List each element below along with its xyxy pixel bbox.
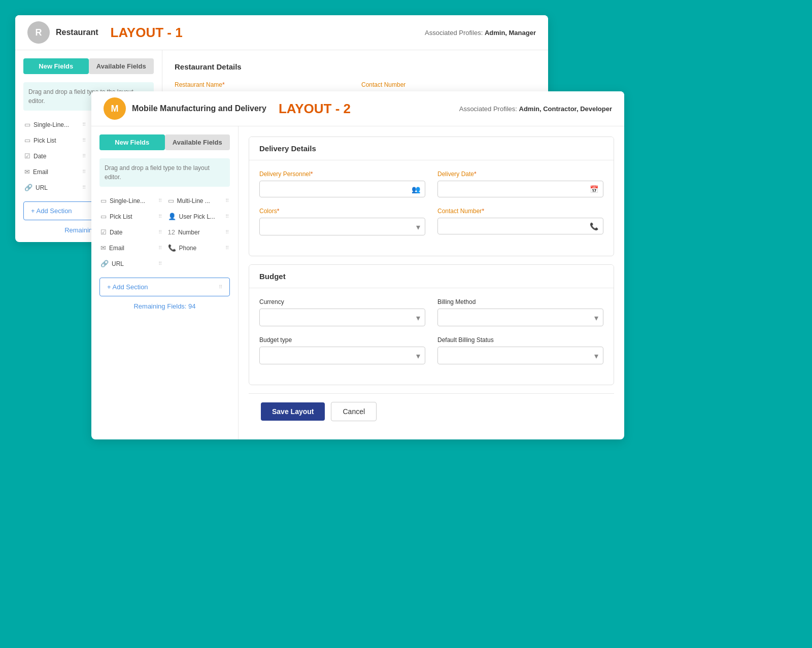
budget-type-label: Budget type xyxy=(259,336,425,344)
budget-row-2: Budget type Default Billing Status xyxy=(259,336,603,364)
field-url-2[interactable]: 🔗 URL ⠿ xyxy=(99,258,163,269)
drag-handle: ⠿ xyxy=(82,169,86,175)
budget-row-1: Currency Billing Method xyxy=(259,298,603,326)
layout2-header: M Mobile Manufacturing and Delivery LAYO… xyxy=(91,91,624,126)
budget-section-header: Budget xyxy=(249,265,614,288)
calendar-icon: 📅 xyxy=(590,185,598,193)
date-icon-1: ☑ xyxy=(24,152,30,160)
delivery-section-header: Delivery Details xyxy=(249,137,614,160)
field-single-line-1[interactable]: ▭ Single-Line... ⠿ xyxy=(23,119,87,130)
delivery-personnel-field: Delivery Personnel* 👥 xyxy=(259,170,425,197)
field-user-pick-2[interactable]: 👤 User Pick L... ⠿ xyxy=(167,211,230,222)
field-pick-list-1[interactable]: ▭ Pick List ⠿ xyxy=(23,134,87,146)
phone-icon-2: 📞 xyxy=(168,244,176,252)
email-icon-1: ✉ xyxy=(24,168,30,176)
cancel-button[interactable]: Cancel xyxy=(331,402,377,421)
delivery-date-input[interactable] xyxy=(437,181,603,197)
restaurant-avatar: R xyxy=(27,21,50,44)
layout2-card: M Mobile Manufacturing and Delivery LAYO… xyxy=(91,91,624,439)
single-line-icon-2: ▭ xyxy=(100,197,107,204)
layout1-section-title: Restaurant Details xyxy=(175,62,536,71)
field-date-2[interactable]: ☑ Date ⠿ xyxy=(99,226,163,238)
billing-method-label: Billing Method xyxy=(437,298,603,305)
field-number-2[interactable]: 12 Number ⠿ xyxy=(167,226,230,238)
delivery-personnel-label: Delivery Personnel* xyxy=(259,170,425,178)
add-section-button-2[interactable]: + Add Section ⠿ xyxy=(99,278,230,296)
layout2-form-area: Delivery Details Delivery Personnel* 👥 xyxy=(239,126,624,439)
user-pick-field-icon: 👥 xyxy=(412,185,420,193)
field-date-1[interactable]: ☑ Date ⠿ xyxy=(23,150,87,162)
budget-section-body: Currency Billing Method xyxy=(249,288,614,385)
save-layout-button[interactable]: Save Layout xyxy=(261,402,325,421)
user-pick-icon-2: 👤 xyxy=(168,213,176,220)
delivery-row-2: Colors* Contact Number* xyxy=(259,208,603,235)
tab-new-fields-2[interactable]: New Fields xyxy=(99,134,165,150)
restaurant-name-label: Restaurant Name* xyxy=(175,81,349,88)
pick-list-icon-2: ▭ xyxy=(100,213,107,220)
tab-new-fields-1[interactable]: New Fields xyxy=(23,58,89,74)
layout1-module-name: Restaurant xyxy=(56,28,98,37)
delivery-details-section: Delivery Details Delivery Personnel* 👥 xyxy=(249,137,614,256)
delivery-contact-input[interactable] xyxy=(437,218,603,234)
layout1-title: LAYOUT - 1 xyxy=(111,25,425,41)
field-pick-list-2[interactable]: ▭ Pick List ⠿ xyxy=(99,211,163,222)
layout1-profiles: Associated Profiles: Admin, Manager xyxy=(425,29,536,37)
contact-number-label: Contact Number xyxy=(361,81,536,88)
multi-line-icon-2: ▭ xyxy=(168,197,174,204)
layout2-sidebar: New Fields Available Fields Drag and dro… xyxy=(91,126,239,439)
layout2-body: New Fields Available Fields Drag and dro… xyxy=(91,126,624,439)
currency-select[interactable] xyxy=(259,309,425,326)
tab-available-fields-1[interactable]: Available Fields xyxy=(89,58,154,74)
add-section-drag-icon-2: ⠿ xyxy=(219,284,222,290)
layout1-sidebar-tabs: New Fields Available Fields xyxy=(23,58,154,74)
mobile-avatar: M xyxy=(104,97,126,120)
delivery-phone-icon: 📞 xyxy=(590,222,598,230)
delivery-contact-label: Contact Number* xyxy=(437,208,603,215)
budget-type-field: Budget type xyxy=(259,336,425,364)
layout2-field-grid: ▭ Single-Line... ⠿ ▭ Multi-Line ... ⠿ ▭ … xyxy=(99,195,230,269)
colors-select[interactable] xyxy=(259,218,425,235)
form-actions: Save Layout Cancel xyxy=(249,393,614,429)
field-url-1[interactable]: 🔗 URL ⠿ xyxy=(23,182,87,193)
single-line-icon-1: ▭ xyxy=(24,121,30,128)
layout1-header: R Restaurant LAYOUT - 1 Associated Profi… xyxy=(15,15,548,50)
delivery-section-body: Delivery Personnel* 👥 Delivery Date* xyxy=(249,160,614,256)
pick-list-icon-1: ▭ xyxy=(24,137,30,144)
delivery-date-label: Delivery Date* xyxy=(437,170,603,178)
billing-method-select[interactable] xyxy=(437,309,603,326)
layout2-profiles: Associated Profiles: Admin, Contractor, … xyxy=(459,105,612,113)
email-icon-2: ✉ xyxy=(100,244,106,252)
url-icon-1: 🔗 xyxy=(24,184,32,191)
colors-label: Colors* xyxy=(259,208,425,215)
colors-field: Colors* xyxy=(259,208,425,235)
delivery-contact-field: Contact Number* 📞 xyxy=(437,208,603,235)
drag-handle: ⠿ xyxy=(82,122,86,127)
date-icon-2: ☑ xyxy=(100,228,107,236)
delivery-row-1: Delivery Personnel* 👥 Delivery Date* xyxy=(259,170,603,197)
layout2-module-name: Mobile Manufacturing and Delivery xyxy=(132,104,266,113)
currency-label: Currency xyxy=(259,298,425,305)
default-billing-select[interactable] xyxy=(437,347,603,364)
layout2-sidebar-tabs: New Fields Available Fields xyxy=(99,134,230,150)
drag-handle: ⠿ xyxy=(82,185,86,190)
drag-handle: ⠿ xyxy=(82,153,86,159)
currency-field: Currency xyxy=(259,298,425,326)
layout2-title: LAYOUT - 2 xyxy=(279,101,459,117)
layout2-sidebar-hint: Drag and drop a field type to the layout… xyxy=(99,158,230,187)
number-icon-2: 12 xyxy=(168,228,175,236)
delivery-date-field: Delivery Date* 📅 xyxy=(437,170,603,197)
field-phone-2[interactable]: 📞 Phone ⠿ xyxy=(167,242,230,254)
field-email-1[interactable]: ✉ Email ⠿ xyxy=(23,166,87,178)
tab-available-fields-2[interactable]: Available Fields xyxy=(165,134,230,150)
field-multi-line-2[interactable]: ▭ Multi-Line ... ⠿ xyxy=(167,195,230,207)
url-icon-2: 🔗 xyxy=(100,260,109,267)
delivery-personnel-input[interactable] xyxy=(259,181,425,197)
billing-method-field: Billing Method xyxy=(437,298,603,326)
layout2-remaining-fields: Remaining Fields: 94 xyxy=(99,302,230,310)
budget-type-select[interactable] xyxy=(259,347,425,364)
field-single-line-2[interactable]: ▭ Single-Line... ⠿ xyxy=(99,195,163,207)
budget-section: Budget Currency Billing Method xyxy=(249,264,614,385)
field-email-2[interactable]: ✉ Email ⠿ xyxy=(99,242,163,254)
drag-handle: ⠿ xyxy=(82,138,86,143)
default-billing-field: Default Billing Status xyxy=(437,336,603,364)
